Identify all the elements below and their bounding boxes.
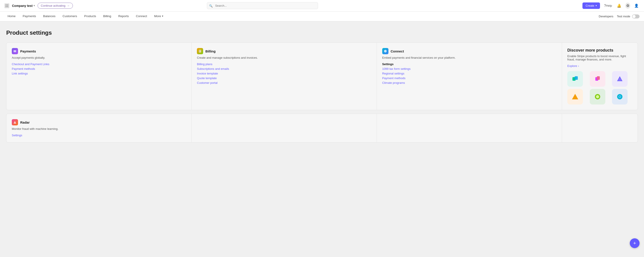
- bell-icon: 🔔: [617, 4, 621, 8]
- nav-balances[interactable]: Balances: [40, 12, 59, 20]
- gear-icon: ⚙: [626, 4, 629, 8]
- connect-card: Connect Embed payments and financial ser…: [377, 43, 562, 110]
- help-label: Help: [606, 4, 612, 7]
- subscriptions-emails-link[interactable]: Subscriptions and emails: [197, 67, 371, 70]
- svg-point-18: [619, 96, 620, 98]
- climate-programs-link[interactable]: Climate programs: [382, 81, 556, 84]
- testmode-label: Test mode: [617, 15, 630, 18]
- cards-grid-row1: Payments Accept payments globally. Check…: [6, 42, 638, 110]
- nav-payments-label: Payments: [23, 14, 36, 18]
- user-button[interactable]: 👤: [633, 3, 640, 9]
- nav-payments[interactable]: Payments: [20, 12, 39, 20]
- nav-more-chevron-icon: ▾: [162, 15, 163, 18]
- company-name-button[interactable]: Company test ▾: [12, 4, 35, 8]
- radar-card-desc: Monitor fraud with machine learning.: [12, 127, 186, 130]
- discover-title: Discover more products: [567, 48, 632, 53]
- search-input[interactable]: [207, 2, 318, 9]
- nav-customers-label: Customers: [63, 14, 77, 18]
- billing-card-icon: [197, 48, 203, 54]
- company-logo: [4, 3, 9, 8]
- payments-card-header: Payments: [12, 48, 186, 54]
- create-chevron-icon: ▾: [596, 4, 597, 7]
- radar-card-icon: [12, 119, 18, 126]
- svg-rect-1: [7, 4, 8, 6]
- navbar-right: Developers Test mode: [599, 14, 640, 18]
- product-icon-3[interactable]: [612, 71, 628, 87]
- developers-link[interactable]: Developers: [599, 15, 613, 18]
- discover-desc: Enable Stripe products to boost revenue,…: [567, 54, 632, 61]
- radar-card: Radar Monitor fraud with machine learnin…: [6, 114, 192, 142]
- company-name-label: Company test: [12, 4, 33, 8]
- radar-card-header: Radar: [12, 119, 186, 126]
- user-icon: 👤: [634, 4, 639, 8]
- nav-home-label: Home: [8, 14, 16, 18]
- tax-form-settings-link[interactable]: 1099 tax form settings: [382, 67, 556, 70]
- svg-point-15: [596, 95, 599, 98]
- connect-card-icon: [382, 48, 388, 54]
- explore-arrow-icon: ›: [578, 64, 579, 68]
- radar-card-links: Settings: [12, 134, 186, 137]
- payment-methods-link[interactable]: Payment methods: [12, 67, 186, 70]
- nav-products[interactable]: Products: [81, 12, 99, 20]
- svg-marker-13: [572, 94, 578, 100]
- svg-rect-8: [575, 76, 578, 80]
- quote-template-link[interactable]: Quote template: [197, 76, 371, 80]
- svg-rect-4: [14, 50, 16, 52]
- svg-rect-0: [6, 4, 7, 6]
- svg-rect-10: [597, 76, 600, 80]
- nav-connect-label: Connect: [136, 14, 147, 18]
- invoice-template-link[interactable]: Invoice template: [197, 72, 371, 75]
- checkout-payment-links-link[interactable]: Checkout and Payment Links: [12, 62, 186, 66]
- create-label: Create: [586, 4, 594, 7]
- cards-grid-row2: Radar Monitor fraud with machine learnin…: [6, 114, 638, 142]
- product-icon-2[interactable]: [590, 71, 605, 87]
- billing-card-header: Billing: [197, 48, 371, 54]
- connect-card-title: Connect: [391, 49, 404, 53]
- product-icon-1[interactable]: [567, 71, 583, 87]
- empty-card-2: [192, 114, 377, 142]
- notifications-button[interactable]: 🔔: [616, 3, 622, 9]
- product-icon-4[interactable]: [567, 89, 583, 104]
- radar-settings-link[interactable]: Settings: [12, 134, 186, 137]
- navbar: Home Payments Balances Customers Product…: [0, 12, 644, 21]
- search-bar: 🔍: [207, 2, 318, 9]
- link-settings-link[interactable]: Link settings: [12, 72, 186, 75]
- nav-home[interactable]: Home: [4, 12, 19, 20]
- testmode-toggle[interactable]: [632, 14, 640, 18]
- payments-card-links: Checkout and Payment Links Payment metho…: [12, 62, 186, 75]
- float-add-button[interactable]: +: [630, 238, 640, 248]
- regional-settings-link[interactable]: Regional settings: [382, 72, 556, 75]
- nav-connect[interactable]: Connect: [133, 12, 150, 20]
- nav-customers[interactable]: Customers: [60, 12, 80, 20]
- empty-card-4: [562, 114, 638, 142]
- billing-card-links: Billing plans Subscriptions and emails I…: [197, 62, 371, 84]
- payments-card-title: Payments: [20, 49, 36, 53]
- billing-plans-link[interactable]: Billing plans: [197, 62, 371, 66]
- connect-card-links: Settings 1099 tax form settings Regional…: [382, 62, 556, 84]
- billing-card: Billing Create and manage subscriptions …: [192, 43, 377, 110]
- explore-link[interactable]: Explore ›: [567, 64, 632, 68]
- svg-rect-2: [6, 6, 7, 7]
- billing-card-title: Billing: [205, 49, 216, 53]
- nav-billing[interactable]: Billing: [100, 12, 114, 20]
- help-button[interactable]: ? Help: [603, 3, 613, 9]
- connect-settings-link[interactable]: Settings: [382, 62, 556, 66]
- nav-reports[interactable]: Reports: [115, 12, 132, 20]
- search-icon: 🔍: [209, 4, 213, 7]
- nav-billing-label: Billing: [103, 14, 111, 18]
- topbar: Company test ▾ Continue activating → 🔍 C…: [0, 0, 644, 12]
- main-content: Product settings Payments Accept payment…: [0, 21, 644, 257]
- product-icon-5[interactable]: [590, 89, 605, 104]
- create-button[interactable]: Create ▾: [582, 2, 600, 9]
- activate-button[interactable]: Continue activating →: [38, 3, 73, 9]
- customer-portal-link[interactable]: Customer portal: [197, 81, 371, 84]
- testmode-wrap: Test mode: [617, 14, 640, 18]
- connect-payment-methods-link[interactable]: Payment methods: [382, 76, 556, 80]
- product-icons-grid: [567, 71, 632, 104]
- float-add-icon: +: [633, 240, 636, 246]
- activate-arrow-icon: →: [67, 4, 70, 7]
- nav-more[interactable]: More ▾: [151, 12, 166, 20]
- product-icon-6[interactable]: [612, 89, 628, 104]
- settings-button[interactable]: ⚙: [625, 3, 630, 9]
- nav-balances-label: Balances: [43, 14, 56, 18]
